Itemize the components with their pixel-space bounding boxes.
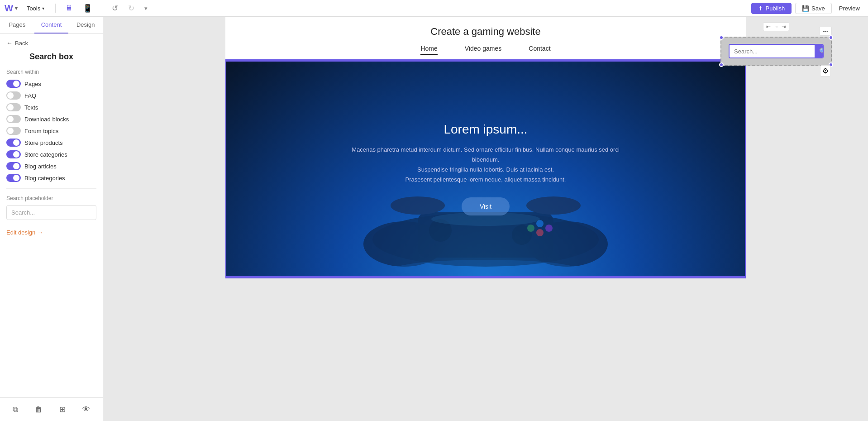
widget-arrow-bar: ⇤ ↔ ⇥ bbox=[763, 22, 789, 31]
align-right-icon[interactable]: ⇥ bbox=[782, 24, 786, 30]
toggle-store-categories[interactable] bbox=[6, 150, 21, 158]
separator2 bbox=[102, 4, 102, 13]
toggle-texts[interactable] bbox=[6, 103, 21, 111]
align-left-icon[interactable]: ⇤ bbox=[766, 24, 771, 30]
canvas: Create a gaming website Home Video games… bbox=[103, 17, 868, 421]
toggle-label-store-products: Store products bbox=[24, 139, 63, 146]
toggle-blog-articles[interactable] bbox=[6, 162, 21, 170]
toggle-label-faq: FAQ bbox=[24, 92, 36, 99]
copy-icon[interactable]: ⧉ bbox=[10, 403, 20, 416]
toggle-pages[interactable] bbox=[6, 80, 21, 88]
nav-item-video-games[interactable]: Video games bbox=[465, 45, 501, 55]
tab-bar: Pages Content Design bbox=[0, 17, 103, 34]
toggle-label-forum-topics: Forum topics bbox=[24, 128, 58, 134]
toggle-row-forum-topics: Forum topics bbox=[6, 127, 96, 135]
search-button[interactable]: 🔍 bbox=[815, 45, 824, 57]
more-options-button[interactable]: ▾ bbox=[142, 4, 150, 13]
panel-title: Search box bbox=[6, 52, 96, 62]
toggle-row-faq: FAQ bbox=[6, 91, 96, 100]
site-nav: Home Video games Contact bbox=[239, 45, 732, 55]
placeholder-input[interactable] bbox=[6, 205, 96, 220]
toggle-label-blog-articles: Blog articles bbox=[24, 163, 57, 170]
desktop-device-button[interactable]: 🖥 bbox=[63, 3, 75, 14]
toggle-label-store-categories: Store categories bbox=[24, 151, 67, 158]
visibility-icon[interactable]: 👁 bbox=[80, 403, 92, 416]
toggle-label-texts: Texts bbox=[24, 104, 38, 111]
layers-icon[interactable]: ⊞ bbox=[57, 402, 68, 416]
hero-text: Macenas pharetra metud interdum dictum. … bbox=[350, 145, 621, 185]
toggle-forum-topics[interactable] bbox=[6, 127, 21, 135]
tools-chevron-icon: ▾ bbox=[42, 6, 44, 11]
separator bbox=[55, 4, 56, 13]
delete-icon[interactable]: 🗑 bbox=[33, 403, 45, 416]
panel-inner: ← Back Search box Search within Pages FA… bbox=[0, 34, 103, 397]
edit-design-link[interactable]: Edit design → bbox=[6, 229, 96, 236]
widget-settings-icon[interactable]: ⚙ bbox=[822, 67, 829, 75]
back-button[interactable]: ← Back bbox=[6, 39, 96, 47]
nav-item-contact[interactable]: Contact bbox=[529, 45, 550, 55]
search-widget-container: ⇤ ↔ ⇥ ••• 🔍 bbox=[720, 37, 832, 66]
svg-point-10 bbox=[536, 229, 544, 236]
divider bbox=[6, 188, 96, 189]
site-title: Create a gaming website bbox=[239, 26, 732, 38]
toggle-row-pages: Pages bbox=[6, 80, 96, 88]
toggle-label-pages: Pages bbox=[24, 81, 41, 87]
nav-item-home[interactable]: Home bbox=[420, 45, 437, 55]
tab-pages[interactable]: Pages bbox=[0, 17, 34, 33]
toggle-row-store-products: Store products bbox=[6, 139, 96, 147]
logo-chevron-icon: ▾ bbox=[15, 5, 18, 11]
hero-section: Lorem ipsum... Macenas pharetra metud in… bbox=[226, 60, 745, 277]
site-header: Create a gaming website Home Video games… bbox=[225, 17, 746, 59]
publish-icon: ⬆ bbox=[758, 5, 763, 12]
handle-bottom-left[interactable] bbox=[719, 62, 724, 67]
hero-border-top bbox=[226, 60, 745, 62]
svg-point-9 bbox=[545, 225, 553, 232]
redo-button[interactable]: ↻ bbox=[126, 2, 137, 14]
toggle-row-download-blocks: Download blocks bbox=[6, 115, 96, 123]
topbar: W ▾ Tools ▾ 🖥 📱 ↺ ↻ ▾ ⬆ Publish 💾 Save P… bbox=[0, 0, 868, 17]
hero-border-bottom bbox=[226, 276, 745, 277]
panel-footer: ⧉ 🗑 ⊞ 👁 bbox=[0, 397, 103, 421]
toggle-row-store-categories: Store categories bbox=[6, 150, 96, 158]
toggle-row-texts: Texts bbox=[6, 103, 96, 111]
toggle-download-blocks[interactable] bbox=[6, 115, 21, 123]
hero-wrapper: Lorem ipsum... Macenas pharetra metud in… bbox=[225, 59, 746, 278]
logo-icon: W bbox=[5, 3, 13, 14]
save-icon: 💾 bbox=[802, 5, 809, 12]
preview-button[interactable]: Preview bbox=[835, 3, 863, 14]
logo-button[interactable]: W ▾ bbox=[5, 3, 18, 14]
back-arrow-icon: ← bbox=[6, 39, 13, 47]
toggle-store-products[interactable] bbox=[6, 139, 21, 147]
widget-bottom-bar: ⚙ bbox=[820, 65, 831, 77]
toggle-row-blog-articles: Blog articles bbox=[6, 162, 96, 170]
align-center-icon[interactable]: ↔ bbox=[773, 24, 779, 30]
mobile-device-button[interactable]: 📱 bbox=[81, 3, 95, 14]
search-widget-overlay: ⇤ ↔ ⇥ ••• 🔍 bbox=[720, 37, 832, 66]
tab-content[interactable]: Content bbox=[34, 17, 69, 33]
tab-design[interactable]: Design bbox=[68, 17, 103, 33]
tools-menu[interactable]: Tools ▾ bbox=[23, 3, 48, 14]
handle-top-right[interactable] bbox=[829, 35, 833, 40]
handle-top-left[interactable] bbox=[719, 35, 724, 40]
search-within-label: Search within bbox=[6, 69, 96, 75]
search-input[interactable] bbox=[730, 45, 815, 57]
toggle-row-blog-categories: Blog categories bbox=[6, 174, 96, 182]
main-layout: Pages Content Design ← Back Search box S… bbox=[0, 17, 868, 421]
hero-content: Lorem ipsum... Macenas pharetra metud in… bbox=[350, 122, 621, 215]
undo-button[interactable]: ↺ bbox=[110, 2, 120, 14]
toggle-label-blog-categories: Blog categories bbox=[24, 175, 65, 182]
publish-button[interactable]: ⬆ Publish bbox=[751, 3, 792, 14]
widget-toolbar: ••• bbox=[819, 27, 832, 36]
toggle-blog-categories[interactable] bbox=[6, 174, 21, 182]
hero-title: Lorem ipsum... bbox=[350, 122, 621, 137]
visit-button[interactable]: Visit bbox=[462, 197, 510, 215]
svg-point-11 bbox=[527, 225, 534, 232]
search-input-widget: 🔍 bbox=[729, 44, 824, 58]
canvas-inner: Create a gaming website Home Video games… bbox=[103, 17, 868, 421]
left-panel: Pages Content Design ← Back Search box S… bbox=[0, 17, 103, 421]
toggle-faq[interactable] bbox=[6, 91, 21, 100]
placeholder-label: Search placeholder bbox=[6, 195, 96, 201]
toggle-label-download-blocks: Download blocks bbox=[24, 116, 69, 123]
save-button[interactable]: 💾 Save bbox=[795, 3, 832, 14]
widget-more-icon[interactable]: ••• bbox=[821, 28, 830, 34]
